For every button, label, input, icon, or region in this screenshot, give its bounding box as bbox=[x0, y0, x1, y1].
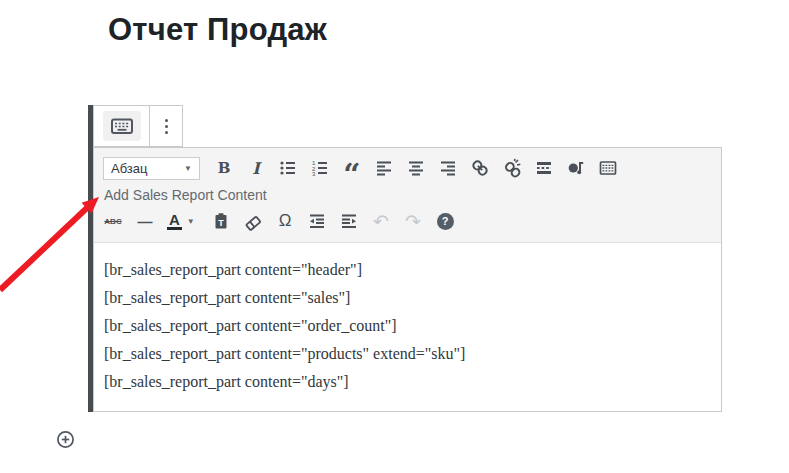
sales-report-media-button[interactable] bbox=[566, 157, 586, 179]
italic-button[interactable]: I bbox=[246, 157, 266, 179]
indent-icon bbox=[339, 211, 359, 231]
chevron-down-icon: ▼ bbox=[184, 164, 192, 173]
help-button[interactable]: ? bbox=[435, 210, 455, 232]
add-sales-report-hint: Add Sales Report Content bbox=[104, 186, 721, 205]
special-character-button[interactable]: Ω bbox=[275, 210, 295, 232]
bulleted-list-icon bbox=[278, 158, 298, 178]
paragraph-format-select[interactable]: Абзац ▼ bbox=[103, 157, 200, 180]
read-more-button[interactable] bbox=[534, 157, 554, 179]
keyboard-icon bbox=[103, 111, 141, 141]
undo-icon: ↶ bbox=[373, 210, 389, 232]
paste-as-text-icon: T bbox=[211, 211, 231, 231]
align-right-button[interactable] bbox=[438, 157, 458, 179]
redo-icon: ↷ bbox=[405, 210, 421, 232]
align-right-icon bbox=[438, 158, 458, 178]
shortcode-line: [br_sales_report_part content="sales"] bbox=[104, 284, 711, 312]
read-more-icon bbox=[534, 158, 554, 178]
toolbar-row-2: ABC — A ▼ T bbox=[94, 209, 721, 233]
clear-formatting-button[interactable] bbox=[243, 210, 263, 232]
shortcode-line: [br_sales_report_part content="days"] bbox=[104, 368, 711, 396]
horizontal-rule-icon: — bbox=[138, 213, 153, 230]
align-left-icon bbox=[374, 158, 394, 178]
indent-button[interactable] bbox=[339, 210, 359, 232]
kebab-menu-icon bbox=[165, 119, 168, 122]
horizontal-rule-button[interactable]: — bbox=[135, 210, 155, 232]
page-title: Отчет Продаж bbox=[108, 12, 327, 48]
toolbar-toggle-button[interactable] bbox=[598, 157, 618, 179]
tinymce-editor: Абзац ▼ B I bbox=[93, 147, 722, 412]
help-icon: ? bbox=[437, 213, 454, 230]
blockquote-icon: “ bbox=[343, 171, 360, 179]
toolbar-toggle-icon bbox=[598, 158, 618, 178]
toolbar-row-1: Абзац ▼ B I bbox=[94, 148, 721, 181]
media-note-icon bbox=[566, 158, 586, 178]
paste-as-text-button[interactable]: T bbox=[211, 210, 231, 232]
numbered-list-button[interactable]: 1 2 3 bbox=[310, 157, 330, 179]
unlink-icon bbox=[502, 158, 522, 178]
shortcode-line: [br_sales_report_part content="order_cou… bbox=[104, 312, 711, 340]
svg-text:T: T bbox=[218, 218, 224, 228]
insert-link-button[interactable] bbox=[470, 157, 490, 179]
blockquote-button[interactable]: “ bbox=[342, 157, 362, 179]
eraser-icon bbox=[243, 211, 263, 231]
classic-editor-block: Абзац ▼ B I bbox=[88, 105, 722, 412]
align-left-button[interactable] bbox=[374, 157, 394, 179]
outdent-icon bbox=[307, 211, 327, 231]
italic-icon: I bbox=[252, 159, 259, 178]
outdent-button[interactable] bbox=[307, 210, 327, 232]
text-color-button[interactable]: A ▼ bbox=[167, 212, 199, 230]
shortcode-line: [br_sales_report_part content="header"] bbox=[104, 256, 711, 284]
shortcode-line: [br_sales_report_part content="products"… bbox=[104, 340, 711, 368]
undo-button[interactable]: ↶ bbox=[371, 210, 391, 232]
bulleted-list-button[interactable] bbox=[278, 157, 298, 179]
svg-text:3: 3 bbox=[312, 171, 316, 177]
editor-toolbar: Абзац ▼ B I bbox=[94, 148, 721, 243]
classic-block-button[interactable] bbox=[93, 105, 150, 147]
omega-icon: Ω bbox=[279, 211, 292, 231]
add-block-button[interactable] bbox=[56, 430, 75, 449]
editor-content-area[interactable]: [br_sales_report_part content="header"] … bbox=[94, 243, 721, 409]
block-options-button[interactable] bbox=[150, 105, 183, 147]
link-icon bbox=[470, 158, 490, 178]
redo-button[interactable]: ↷ bbox=[403, 210, 423, 232]
bold-button[interactable]: B bbox=[214, 157, 234, 179]
format-select-value: Абзац bbox=[111, 161, 147, 176]
remove-link-button[interactable] bbox=[502, 157, 522, 179]
align-center-button[interactable] bbox=[406, 157, 426, 179]
numbered-list-icon: 1 2 3 bbox=[310, 158, 330, 178]
strikethrough-icon: ABC bbox=[104, 217, 121, 226]
block-toolbar-tabs bbox=[93, 105, 183, 147]
chevron-down-icon: ▼ bbox=[187, 217, 195, 226]
text-color-icon: A bbox=[167, 212, 182, 230]
bold-icon: B bbox=[218, 159, 231, 177]
align-center-icon bbox=[406, 158, 426, 178]
strikethrough-button[interactable]: ABC bbox=[103, 210, 123, 232]
